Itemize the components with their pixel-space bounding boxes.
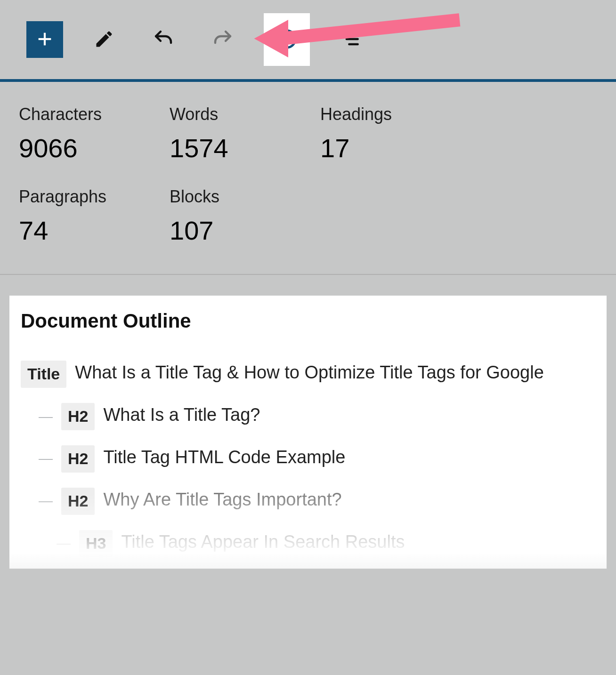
info-button[interactable] <box>268 21 305 58</box>
tree-connector-icon: — <box>39 491 53 511</box>
stats-divider <box>0 274 616 275</box>
outline-title: Document Outline <box>21 310 595 332</box>
heading-level-badge: H3 <box>79 530 113 557</box>
stat-label: Paragraphs <box>19 187 170 207</box>
edit-button[interactable] <box>86 21 122 58</box>
stat-headings: Headings 17 <box>320 104 471 163</box>
outline-item-title[interactable]: Title What Is a Title Tag & How to Optim… <box>21 361 595 388</box>
outline-item-h2[interactable]: — H2 Title Tag HTML Code Example <box>21 445 595 473</box>
info-button-highlight <box>264 13 310 66</box>
stat-value: 9066 <box>19 133 170 163</box>
pencil-icon <box>94 29 114 51</box>
document-stats: Characters 9066 Words 1574 Headings 17 P… <box>0 82 616 274</box>
stat-blocks: Blocks 107 <box>170 187 320 246</box>
redo-button[interactable] <box>204 21 241 58</box>
list-view-button[interactable] <box>332 21 369 58</box>
stat-value: 1574 <box>170 133 320 163</box>
tree-connector-icon: — <box>39 407 53 426</box>
stat-value: 17 <box>320 133 471 163</box>
stat-characters: Characters 9066 <box>19 104 170 163</box>
outline-list: Title What Is a Title Tag & How to Optim… <box>21 361 595 557</box>
stat-value: 74 <box>19 215 170 246</box>
outline-item-h2[interactable]: — H2 Why Are Title Tags Important? <box>21 488 595 515</box>
document-outline-panel: Document Outline Title What Is a Title T… <box>9 296 607 569</box>
stat-label: Headings <box>320 104 471 124</box>
outline-item-text: Title Tags Appear In Search Results <box>121 530 405 554</box>
svg-point-4 <box>286 34 287 35</box>
outline-item-text: Title Tag HTML Code Example <box>103 445 345 469</box>
stat-label: Characters <box>19 104 170 124</box>
add-block-button[interactable] <box>26 21 63 58</box>
stat-label: Blocks <box>170 187 320 207</box>
outline-item-text: Why Are Title Tags Important? <box>103 488 341 512</box>
tree-connector-icon: — <box>57 534 71 553</box>
outline-item-text: What Is a Title Tag & How to Optimize Ti… <box>75 361 543 385</box>
stat-words: Words 1574 <box>170 104 320 163</box>
stat-paragraphs: Paragraphs 74 <box>19 187 170 246</box>
heading-level-badge: H2 <box>61 403 95 430</box>
stat-value: 107 <box>170 215 320 246</box>
stat-label: Words <box>170 104 320 124</box>
outline-item-h2[interactable]: — H2 What Is a Title Tag? <box>21 403 595 430</box>
outline-item-h3[interactable]: — H3 Title Tags Appear In Search Results <box>21 530 595 557</box>
undo-icon <box>152 28 175 52</box>
heading-level-badge: H2 <box>61 488 95 515</box>
heading-level-badge: Title <box>21 361 66 388</box>
editor-info-panel: Characters 9066 Words 1574 Headings 17 P… <box>0 0 616 675</box>
outline-item-text: What Is a Title Tag? <box>103 403 260 427</box>
heading-level-badge: H2 <box>61 445 95 473</box>
undo-button[interactable] <box>145 21 182 58</box>
toolbar <box>0 0 616 79</box>
info-icon <box>276 28 298 52</box>
redo-icon <box>211 28 234 52</box>
plus-icon <box>35 30 54 50</box>
screenshot-fade <box>0 553 616 675</box>
list-view-icon <box>340 29 361 51</box>
tree-connector-icon: — <box>39 449 53 468</box>
